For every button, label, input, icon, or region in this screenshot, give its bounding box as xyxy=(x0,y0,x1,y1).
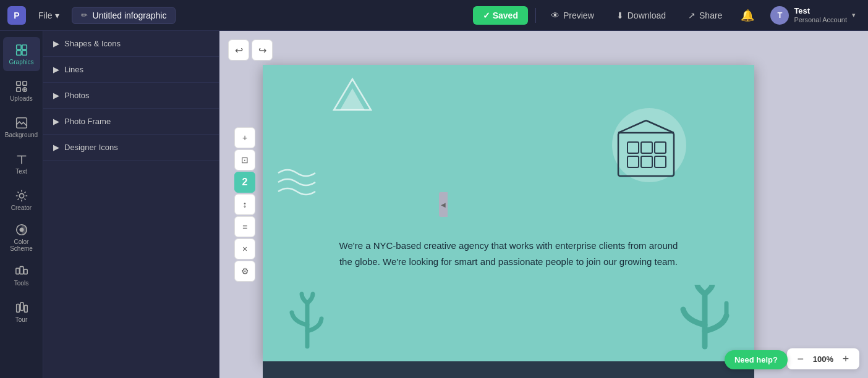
sidebar-item-color-scheme[interactable]: Color Scheme xyxy=(3,219,40,256)
svg-rect-28 xyxy=(628,156,639,167)
share-button[interactable]: ↗ Share xyxy=(681,7,730,24)
main-layout: Graphics Uploads Background xyxy=(0,31,868,378)
background-label: Background xyxy=(5,132,38,138)
photos-label: Photos xyxy=(64,91,89,100)
topbar: P File ▾ ✏ Untitled infographic ✓ Saved … xyxy=(0,0,868,31)
svg-rect-21 xyxy=(24,305,27,312)
svg-rect-26 xyxy=(641,142,652,153)
svg-line-31 xyxy=(618,120,646,133)
notifications-button[interactable]: 🔔 xyxy=(737,5,758,26)
float-toolbar: + ⊡ 2 ↕ ≡ × ⚙ xyxy=(234,127,255,282)
photo-frame-label: Photo Frame xyxy=(64,117,111,126)
text-icon xyxy=(15,153,28,166)
panel-section-designer-icons-header[interactable]: ▶ Designer Icons xyxy=(43,135,219,160)
svg-rect-2 xyxy=(16,50,20,54)
svg-rect-3 xyxy=(22,50,26,54)
panel-section-photo-frame: ▶ Photo Frame xyxy=(43,109,219,135)
avatar: T xyxy=(770,6,789,25)
uploads-label: Uploads xyxy=(10,95,33,102)
zoom-in-button[interactable]: + xyxy=(838,351,853,366)
settings-button[interactable]: ⚙ xyxy=(234,261,255,282)
zoom-value: 100% xyxy=(813,355,833,364)
app-logo: P xyxy=(7,6,26,25)
svg-rect-4 xyxy=(16,81,20,85)
uploads-icon xyxy=(15,80,28,93)
undo-button[interactable]: ↩ xyxy=(228,40,249,61)
user-role: Personal Account xyxy=(794,16,847,24)
panel-section-photos-header[interactable]: ▶ Photos xyxy=(43,83,219,108)
svg-rect-0 xyxy=(16,44,20,49)
doc-title-text: Untitled infographic xyxy=(93,10,167,20)
svg-rect-30 xyxy=(655,156,666,167)
move-down-button[interactable]: ↕ xyxy=(234,194,255,215)
panel-section-lines: ▶ Lines xyxy=(43,57,219,83)
sidebar-item-background[interactable]: Background xyxy=(3,110,40,144)
svg-rect-1 xyxy=(22,44,26,49)
panel-section-lines-header[interactable]: ▶ Lines xyxy=(43,57,219,82)
fit-button[interactable]: ⊡ xyxy=(234,149,255,170)
list-button[interactable]: ≡ xyxy=(234,216,255,237)
svg-rect-27 xyxy=(655,142,666,153)
canvas-bottom-strip: ≡ xyxy=(263,361,754,378)
document-title[interactable]: ✏ Untitled infographic xyxy=(72,7,176,24)
sidebar-item-tour[interactable]: Tour xyxy=(3,295,40,329)
svg-rect-5 xyxy=(22,81,26,85)
tools-icon xyxy=(15,264,28,278)
eye-icon: 👁 xyxy=(551,10,560,20)
sidebar-item-graphics[interactable]: Graphics xyxy=(3,37,40,71)
triangle-decoration xyxy=(331,76,374,116)
cactus-right-decoration xyxy=(668,285,742,355)
page-number[interactable]: 2 xyxy=(234,172,255,193)
graphics-label: Graphics xyxy=(9,59,33,65)
svg-rect-29 xyxy=(641,156,652,167)
svg-rect-24 xyxy=(618,133,674,176)
sidebar-item-text[interactable]: Text xyxy=(3,146,40,180)
download-button[interactable]: ⬇ Download xyxy=(609,7,673,24)
tools-label: Tools xyxy=(14,280,28,287)
lines-label: Lines xyxy=(64,65,83,74)
svg-point-15 xyxy=(20,228,23,232)
saved-button[interactable]: ✓ Saved xyxy=(473,6,528,25)
sidebar-item-creator[interactable]: Creator xyxy=(3,183,40,217)
panel-section-shapes-icons-header[interactable]: ▶ Shapes & Icons xyxy=(43,31,219,56)
sidebar-item-uploads[interactable]: Uploads xyxy=(3,74,40,107)
graphics-icon xyxy=(15,43,28,57)
sidebar-item-tools[interactable]: Tools xyxy=(3,258,40,292)
share-icon: ↗ xyxy=(688,10,696,20)
svg-rect-20 xyxy=(20,302,23,310)
preview-button[interactable]: 👁 Preview xyxy=(543,7,602,24)
chevron-right-icon: ▶ xyxy=(53,39,59,48)
divider xyxy=(535,8,536,23)
svg-rect-19 xyxy=(16,304,19,312)
shapes-icons-label: Shapes & Icons xyxy=(64,39,121,48)
file-menu[interactable]: File ▾ xyxy=(33,8,64,23)
canvas-body-text: We're a NYC-based creative agency that w… xyxy=(336,238,682,269)
redo-button[interactable]: ↪ xyxy=(252,40,273,61)
chevron-right-icon: ▶ xyxy=(53,65,59,74)
need-help-button[interactable]: Need help? xyxy=(725,350,788,369)
color-scheme-label: Color Scheme xyxy=(6,238,38,252)
zoom-out-button[interactable]: − xyxy=(793,351,808,366)
chevron-right-icon: ▶ xyxy=(53,117,59,126)
svg-rect-18 xyxy=(23,269,27,274)
undo-redo-toolbar: ↩ ↪ xyxy=(228,40,273,61)
panel-section-photo-frame-header[interactable]: ▶ Photo Frame xyxy=(43,109,219,134)
canvas-area[interactable]: ↩ ↪ + ⊡ 2 ↕ ≡ × ⚙ xyxy=(219,31,868,378)
background-icon xyxy=(15,116,28,130)
chevron-right-icon: ▶ xyxy=(53,143,59,152)
svg-rect-17 xyxy=(20,266,23,274)
canvas-slide[interactable]: We're a NYC-based creative agency that w… xyxy=(263,65,754,361)
add-page-button[interactable]: + xyxy=(234,127,255,148)
user-menu[interactable]: T Test Personal Account ▾ xyxy=(765,4,861,27)
creator-label: Creator xyxy=(11,204,32,211)
panel-section-designer-icons: ▶ Designer Icons xyxy=(43,135,219,161)
chevron-right-icon: ▶ xyxy=(53,91,59,100)
svg-rect-16 xyxy=(15,268,19,274)
user-name: Test xyxy=(794,6,847,16)
collapse-handle[interactable]: ◀ xyxy=(439,192,448,217)
sidebar-icons: Graphics Uploads Background xyxy=(0,31,43,378)
user-chevron-icon: ▾ xyxy=(852,11,856,19)
cactus-left-decoration xyxy=(284,291,331,355)
creator-icon xyxy=(15,189,28,203)
close-button[interactable]: × xyxy=(234,238,255,259)
